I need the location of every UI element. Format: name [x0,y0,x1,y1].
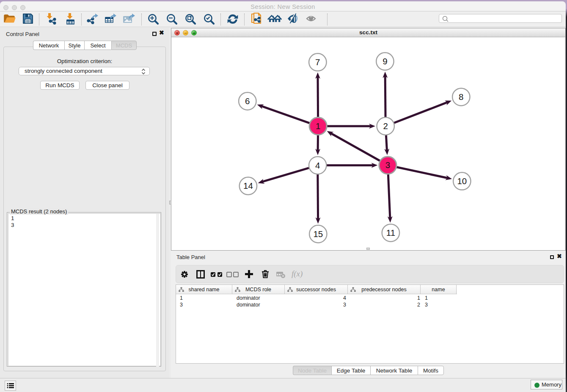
svg-text:10: 10 [457,176,467,186]
svg-text:3: 3 [385,160,390,170]
svg-text:11: 11 [386,228,395,237]
svg-text:14: 14 [243,181,253,190]
svg-text:8: 8 [459,92,463,102]
svg-text:7: 7 [315,57,320,67]
svg-text:1: 1 [316,121,320,131]
svg-text:15: 15 [313,229,323,239]
svg-text:6: 6 [245,96,250,106]
svg-text:4: 4 [315,160,320,170]
svg-text:2: 2 [383,121,388,131]
svg-text:9: 9 [383,56,387,66]
svg-text:f(x): f(x) [292,270,303,279]
